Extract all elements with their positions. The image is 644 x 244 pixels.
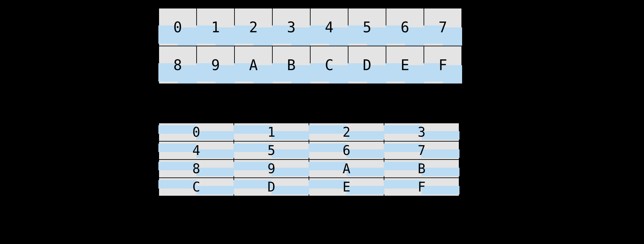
table-row: 8 9 A B (159, 160, 459, 178)
cell-label: 1 (211, 19, 220, 36)
grid-cell: 6 (386, 8, 424, 46)
cell-label: 5 (363, 19, 372, 36)
grid-cell: D (348, 46, 386, 84)
grid-cell: 8 (159, 160, 234, 178)
grid-cell: 3 (272, 8, 310, 46)
grid-cell: D (234, 178, 309, 196)
grid-cell: 9 (197, 46, 234, 84)
grid-cell: 1 (197, 8, 234, 46)
cell-label: 3 (287, 19, 296, 36)
grid-cell: 7 (384, 141, 459, 160)
cell-label: 4 (325, 19, 334, 36)
cell-label: 5 (267, 143, 275, 158)
cell-label: 7 (439, 19, 447, 36)
table-row: 0 1 2 3 4 5 6 7 (159, 8, 462, 46)
cell-label: 0 (173, 19, 182, 36)
grid-cell: 9 (234, 160, 309, 178)
grid-cell: 3 (384, 123, 459, 141)
grid-cell: B (272, 46, 310, 84)
grid-cell: 2 (234, 8, 272, 46)
cell-label: 6 (343, 143, 350, 158)
grid-cell: 0 (159, 123, 234, 141)
cell-label: 2 (343, 125, 350, 140)
cell-label: B (287, 57, 296, 73)
grid-cell: 4 (310, 8, 348, 46)
table-row: 0 1 2 3 (159, 123, 459, 141)
cell-label: F (418, 179, 426, 194)
cell-label: D (267, 179, 275, 194)
cell-label: A (343, 161, 350, 176)
table-row: C D E F (159, 178, 459, 196)
cell-label: D (363, 57, 372, 73)
grid-cell: E (309, 178, 384, 196)
grid-cell: 7 (424, 8, 462, 46)
cell-label: 3 (418, 125, 426, 140)
grid-cell: C (310, 46, 348, 84)
bottom-grid: 0 1 2 3 4 5 6 7 8 9 A B C D E F (158, 123, 459, 196)
cell-label: 0 (192, 125, 200, 140)
cell-label: C (192, 179, 200, 194)
cell-label: 1 (267, 125, 275, 140)
grid-cell: A (234, 46, 272, 84)
grid-cell: F (384, 178, 459, 196)
cell-label: B (418, 161, 426, 176)
grid-cell: 5 (348, 8, 386, 46)
grid-cell: 1 (234, 123, 309, 141)
cell-label: 2 (249, 19, 258, 36)
grid-cell: 6 (309, 141, 384, 160)
grid-cell: F (424, 46, 462, 84)
grid-cell: E (386, 46, 424, 84)
cell-label: 9 (211, 57, 220, 73)
grid-cell: C (159, 178, 234, 196)
table-row: 8 9 A B C D E F (159, 46, 462, 84)
cell-label: 4 (192, 143, 200, 158)
cell-label: F (439, 57, 447, 73)
cell-label: 9 (267, 161, 275, 176)
cell-label: 8 (192, 161, 200, 176)
cell-label: 6 (401, 19, 410, 36)
cell-label: 7 (418, 143, 426, 158)
top-grid: 0 1 2 3 4 5 6 7 8 9 A B C D E F (158, 8, 462, 84)
grid-cell: B (384, 160, 459, 178)
table-row: 4 5 6 7 (159, 141, 459, 160)
grid-cell: 0 (159, 8, 197, 46)
cell-label: 8 (173, 57, 182, 73)
cell-label: E (401, 57, 410, 73)
cell-label: C (325, 57, 334, 73)
grid-cell: 8 (159, 46, 197, 84)
cell-label: E (343, 179, 350, 194)
grid-cell: 2 (309, 123, 384, 141)
grid-cell: A (309, 160, 384, 178)
grid-cell: 5 (234, 141, 309, 160)
cell-label: A (249, 57, 258, 73)
grid-cell: 4 (159, 141, 234, 160)
